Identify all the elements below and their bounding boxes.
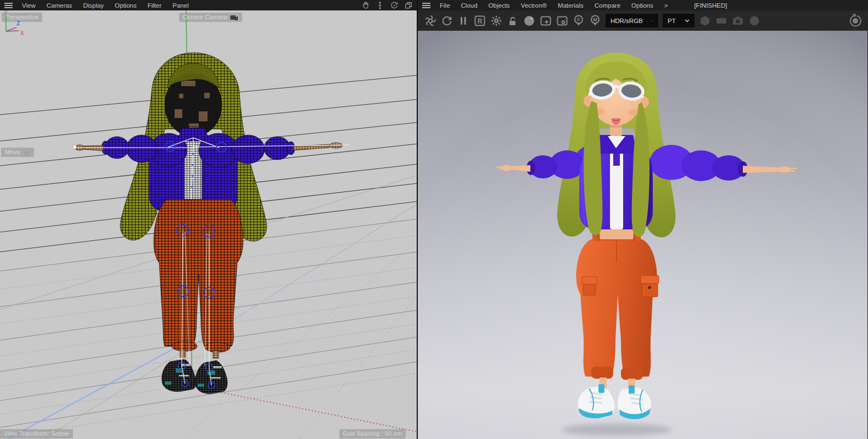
wireframe-scene: [0, 10, 417, 439]
active-tool-label: Move: [1, 148, 34, 157]
menu-options[interactable]: Options: [626, 0, 659, 10]
viewport-nav-tools: [360, 1, 417, 10]
render-ball-icon[interactable]: [521, 13, 537, 29]
pan-hand-icon[interactable]: [360, 1, 372, 10]
menu-options[interactable]: Options: [109, 0, 142, 10]
svg-text:Y: Y: [4, 10, 8, 16]
menu-vectron[interactable]: Vectron®: [516, 0, 552, 10]
camera-lock-icon[interactable]: [730, 13, 746, 29]
svg-text:R: R: [478, 17, 483, 25]
lock-resolution-icon[interactable]: [505, 13, 521, 29]
menu-overflow-chevron[interactable]: >: [659, 0, 674, 10]
dolly-zoom-icon[interactable]: [374, 1, 386, 10]
menu-hamburger-icon[interactable]: [0, 0, 16, 10]
viewport-menubar: View Cameras Display Options Filter Pane…: [0, 0, 417, 10]
octane-blades-icon[interactable]: [422, 13, 439, 29]
menu-panel[interactable]: Panel: [167, 0, 194, 10]
menu-materials[interactable]: Materials: [552, 0, 589, 10]
add-region-icon[interactable]: [537, 13, 554, 29]
menu-filter[interactable]: Filter: [142, 0, 167, 10]
menu-cloud[interactable]: Cloud: [456, 0, 483, 10]
perspective-viewport[interactable]: Perspective Octane Camera Move Vie: [0, 10, 417, 439]
svg-text:F: F: [577, 17, 580, 22]
svg-text:X: X: [20, 30, 24, 36]
plane-rectangle-icon[interactable]: [713, 13, 730, 29]
move-tool-icon: [23, 149, 30, 156]
octane-orbit-icon[interactable]: [847, 13, 864, 29]
character-shadow: [562, 424, 671, 436]
pick-region-icon[interactable]: [554, 13, 570, 29]
view-transform-status: View Transform: Scene: [0, 429, 73, 438]
render-passes-button[interactable]: R: [472, 13, 488, 29]
colorspace-dropdown[interactable]: HDR/sRGB: [606, 14, 658, 27]
restart-render-icon[interactable]: [439, 13, 455, 29]
menu-cameras[interactable]: Cameras: [41, 0, 78, 10]
svg-text:Z: Z: [16, 20, 20, 26]
material-pin-icon[interactable]: M: [587, 13, 603, 29]
axis-gizmo: Y Z X: [0, 10, 25, 37]
render-mode-dropdown[interactable]: PT: [663, 14, 695, 27]
octane-c4d-window: View Cameras Display Options Filter Pane…: [0, 0, 868, 439]
mesh-hexagon-icon[interactable]: [697, 13, 713, 29]
grid-spacing-status: Grid Spacing : 50 cm: [339, 429, 406, 438]
menu-objects[interactable]: Objects: [483, 0, 516, 10]
sphere-icon[interactable]: [746, 13, 763, 29]
octane-menubar: File Cloud Objects Vectron® Materials Co…: [418, 0, 868, 10]
pause-render-icon[interactable]: [455, 13, 472, 29]
octane-toolbar: R: [418, 10, 868, 31]
rotate-view-icon[interactable]: [388, 1, 400, 10]
toggle-panel-layout-icon[interactable]: [402, 1, 415, 10]
menu-compare[interactable]: Compare: [589, 0, 626, 10]
menu-view[interactable]: View: [16, 0, 41, 10]
viewport-pane: View Cameras Display Options Filter Pane…: [0, 0, 418, 439]
octane-render-pane: File Cloud Objects Vectron® Materials Co…: [418, 0, 868, 439]
scene-camera-label: Octane Camera: [179, 13, 242, 22]
chevron-down-icon: [652, 19, 653, 22]
octane-menu-hamburger-icon[interactable]: [418, 0, 434, 10]
rendered-character-scene: [418, 31, 867, 439]
focus-pin-icon[interactable]: F: [570, 13, 587, 29]
settings-gear-icon[interactable]: [488, 13, 505, 29]
render-status-badge: [FINISHED]: [694, 2, 727, 9]
svg-text:M: M: [593, 17, 597, 22]
chevron-down-icon: [685, 19, 690, 22]
menu-display[interactable]: Display: [77, 0, 109, 10]
octane-render-viewport[interactable]: [418, 31, 868, 439]
camera-icon: [230, 14, 238, 20]
menu-file[interactable]: File: [434, 0, 456, 10]
